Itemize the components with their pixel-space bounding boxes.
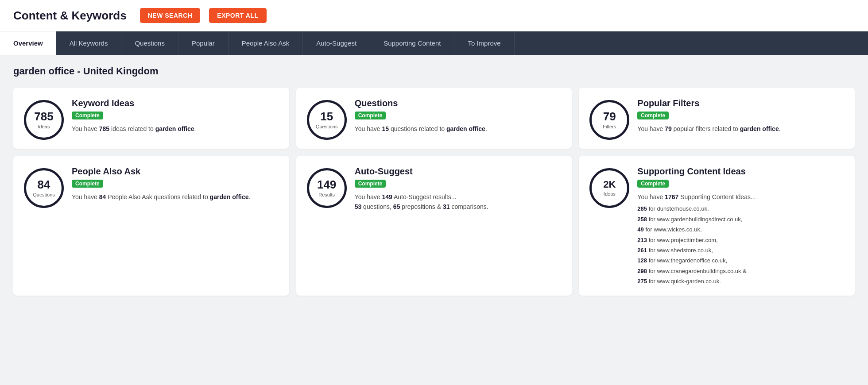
status-badge: Complete	[355, 112, 386, 119]
card-title: People Also Ask	[72, 166, 279, 177]
circle-label: Questions	[316, 124, 338, 129]
circle-badge-keyword-ideas: 785Ideas	[24, 100, 64, 140]
circle-badge-popular-filters: 79Filters	[589, 100, 629, 140]
circle-number: 2K	[603, 180, 616, 189]
card-questions: 15QuestionsQuestionsCompleteYou have 15 …	[296, 88, 572, 149]
card-body-supporting-content: Supporting Content IdeasCompleteYou have…	[637, 166, 844, 287]
circle-number: 149	[317, 179, 336, 190]
status-badge: Complete	[355, 180, 386, 188]
circle-number: 84	[38, 179, 50, 190]
card-description: You have 84 People Also Ask questions re…	[72, 192, 279, 202]
page-content: garden office - United Kingdom 785IdeasK…	[0, 55, 868, 306]
nav-tab-auto-suggest[interactable]: Auto-Suggest	[303, 31, 370, 55]
card-description: You have 15 questions related to garden …	[355, 124, 562, 134]
card-title: Auto-Suggest	[355, 166, 562, 177]
circle-badge-supporting-content: 2KIdeas	[589, 168, 629, 208]
nav-tab-people-also-ask[interactable]: People Also Ask	[229, 31, 303, 55]
card-description: You have 785 ideas related to garden off…	[72, 124, 279, 134]
nav-tab-supporting-content[interactable]: Supporting Content	[370, 31, 454, 55]
nav-tab-all-keywords[interactable]: All Keywords	[56, 31, 122, 55]
card-body-people-also-ask: People Also AskCompleteYou have 84 Peopl…	[72, 166, 279, 202]
card-people-also-ask: 84QuestionsPeople Also AskCompleteYou ha…	[13, 156, 289, 296]
status-badge: Complete	[637, 180, 669, 188]
nav-tabs: OverviewAll KeywordsQuestionsPopularPeop…	[0, 31, 868, 55]
circle-number: 15	[320, 111, 333, 122]
card-title: Supporting Content Ideas	[637, 166, 844, 177]
card-title: Popular Filters	[637, 98, 844, 108]
card-popular-filters: 79FiltersPopular FiltersCompleteYou have…	[579, 88, 855, 149]
card-body-questions: QuestionsCompleteYou have 15 questions r…	[355, 98, 562, 134]
status-badge: Complete	[72, 180, 103, 188]
circle-badge-questions: 15Questions	[307, 100, 347, 140]
circle-label: Filters	[603, 124, 616, 129]
circle-label: Questions	[33, 192, 55, 197]
export-all-button[interactable]: EXPORT ALL	[209, 8, 266, 23]
circle-label: Ideas	[38, 124, 50, 129]
circle-label: Results	[318, 192, 335, 197]
circle-number: 785	[34, 111, 53, 122]
card-supporting-content: 2KIdeasSupporting Content IdeasCompleteY…	[579, 156, 855, 296]
status-badge: Complete	[72, 112, 103, 119]
card-description: You have 1767 Supporting Content Ideas..…	[637, 192, 844, 202]
nav-tab-to-improve[interactable]: To Improve	[454, 31, 514, 55]
card-body-keyword-ideas: Keyword IdeasCompleteYou have 785 ideas …	[72, 98, 279, 134]
circle-badge-auto-suggest: 149Results	[307, 168, 347, 208]
supporting-lines: 285 for dunsterhouse.co.uk,258 for www.g…	[637, 204, 844, 286]
circle-number: 79	[603, 111, 616, 122]
card-body-popular-filters: Popular FiltersCompleteYou have 79 popul…	[637, 98, 844, 134]
cards-grid: 785IdeasKeyword IdeasCompleteYou have 78…	[13, 88, 855, 296]
page-title: Content & Keywords	[13, 9, 127, 23]
card-description: You have 79 popular filters related to g…	[637, 124, 844, 134]
card-title: Questions	[355, 98, 562, 108]
card-body-auto-suggest: Auto-SuggestCompleteYou have 149 Auto-Su…	[355, 166, 562, 212]
nav-tab-questions[interactable]: Questions	[121, 31, 178, 55]
nav-tab-popular[interactable]: Popular	[178, 31, 229, 55]
card-auto-suggest: 149ResultsAuto-SuggestCompleteYou have 1…	[296, 156, 572, 296]
page-subtitle: garden office - United Kingdom	[13, 65, 855, 77]
circle-label: Ideas	[604, 191, 616, 196]
status-badge: Complete	[637, 112, 669, 119]
header: Content & Keywords NEW SEARCH EXPORT ALL	[0, 0, 868, 31]
card-description: You have 149 Auto-Suggest results...53 q…	[355, 192, 562, 212]
card-title: Keyword Ideas	[72, 98, 279, 108]
new-search-button[interactable]: NEW SEARCH	[140, 8, 201, 23]
circle-badge-people-also-ask: 84Questions	[24, 168, 64, 208]
card-keyword-ideas: 785IdeasKeyword IdeasCompleteYou have 78…	[13, 88, 289, 149]
nav-tab-overview[interactable]: Overview	[0, 31, 56, 55]
